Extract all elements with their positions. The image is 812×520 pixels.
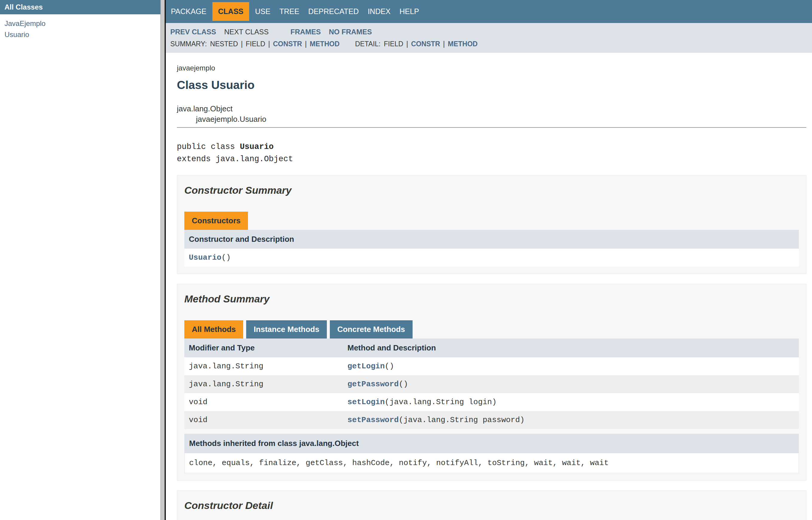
nav-item-package[interactable]: PACKAGE	[166, 7, 211, 16]
list-item: Usuario	[4, 30, 161, 39]
nav-item-tree[interactable]: TREE	[275, 7, 304, 16]
separator: |	[268, 40, 270, 48]
subnav-row-anchors: SUMMARY: NESTED | FIELD | CONSTR | METHO…	[170, 40, 812, 48]
method-getpassword-link[interactable]: getPassword	[347, 380, 399, 389]
method-cell: setLogin(java.lang.String login)	[343, 393, 799, 411]
constructor-detail-heading: Constructor Detail	[184, 500, 799, 511]
summary-method-link[interactable]: METHOD	[310, 40, 340, 48]
tab-concrete-methods[interactable]: Concrete Methods	[330, 320, 413, 339]
nav-item-class: CLASS	[213, 2, 249, 21]
method-col-header: Method and Description	[343, 339, 799, 357]
sidebar-item-javaejemplo[interactable]: JavaEjemplo	[4, 19, 45, 27]
method-type-cell: java.lang.String	[184, 357, 343, 375]
separator: |	[406, 40, 408, 48]
table-header-row: Constructor and Description	[184, 230, 799, 249]
inherited-methods-heading: Methods inherited from class java.lang.O…	[184, 434, 798, 453]
declaration-extends: extends java.lang.Object	[177, 153, 806, 165]
separator: |	[241, 40, 243, 48]
method-type-cell: void	[184, 393, 343, 411]
table-row: void setLogin(java.lang.String login)	[184, 393, 799, 411]
frames-link[interactable]: FRAMES	[290, 28, 321, 36]
method-type-cell: java.lang.String	[184, 375, 343, 393]
table-header-row: Modifier and Type Method and Description	[184, 339, 799, 357]
detail-field-text: FIELD	[384, 40, 403, 48]
detail-anchor-group: DETAIL: FIELD | CONSTR | METHOD	[355, 40, 478, 48]
frames-link-group: FRAMES NO FRAMES	[290, 28, 380, 36]
method-type-cell: void	[184, 411, 343, 429]
tab-instance-methods[interactable]: Instance Methods	[246, 320, 327, 339]
modifier-col-header: Modifier and Type	[184, 339, 343, 357]
separator: |	[305, 40, 307, 48]
divider-rule	[177, 127, 806, 128]
nav-item-deprecated[interactable]: DEPRECATED	[304, 7, 363, 16]
top-navigation-bar: PACKAGE CLASS USE TREE DEPRECATED INDEX …	[166, 0, 812, 23]
all-classes-frame: All Classes JavaEjemplo Usuario	[0, 0, 161, 520]
class-declaration: public class Usuario extends java.lang.O…	[177, 141, 806, 165]
separator: |	[443, 40, 445, 48]
class-doc-content: javaejemplo Class Usuario java.lang.Obje…	[166, 53, 812, 520]
constructor-detail-section: Constructor Detail	[177, 490, 806, 520]
method-setpassword-link[interactable]: setPassword	[347, 416, 399, 424]
sidebar-item-usuario[interactable]: Usuario	[4, 30, 29, 38]
constructor-summary-heading: Constructor Summary	[184, 184, 799, 196]
method-args: ()	[399, 380, 408, 389]
class-list: JavaEjemplo Usuario	[0, 14, 161, 39]
summary-constr-link[interactable]: CONSTR	[273, 40, 302, 48]
all-classes-header: All Classes	[0, 0, 161, 14]
method-summary-heading: Method Summary	[184, 293, 799, 305]
declaration-line1: public class Usuario	[177, 141, 806, 153]
sub-navigation-bar: PREV CLASS NEXT CLASS FRAMES NO FRAMES S…	[166, 23, 812, 53]
summary-nested-text: NESTED	[210, 40, 238, 48]
detail-prefix: DETAIL:	[355, 40, 380, 48]
prev-class-link[interactable]: PREV CLASS	[170, 28, 216, 36]
declaration-class-name: Usuario	[240, 142, 274, 151]
package-name: javaejemplo	[177, 64, 806, 72]
method-getlogin-link[interactable]: getLogin	[347, 362, 385, 371]
method-cell: getLogin()	[343, 357, 799, 375]
nav-item-use[interactable]: USE	[251, 7, 275, 16]
detail-method-link[interactable]: METHOD	[448, 40, 478, 48]
summary-field-text: FIELD	[246, 40, 265, 48]
inheritance-current-class: javaejemplo.Usuario	[196, 114, 806, 125]
method-args: ()	[385, 362, 394, 371]
summary-prefix: SUMMARY:	[170, 40, 207, 48]
method-args: (java.lang.String login)	[385, 398, 496, 407]
detail-constr-link[interactable]: CONSTR	[411, 40, 440, 48]
inheritance-tree: java.lang.Object javaejemplo.Usuario	[177, 104, 806, 125]
inheritance-root: java.lang.Object	[177, 104, 806, 114]
method-summary-table: Modifier and Type Method and Description…	[184, 339, 799, 429]
page-title: Class Usuario	[177, 79, 806, 92]
method-args: (java.lang.String password)	[399, 416, 524, 424]
constructor-summary-section: Constructor Summary Constructors Constru…	[177, 175, 806, 274]
no-frames-link[interactable]: NO FRAMES	[329, 28, 372, 36]
inherited-methods-list: clone, equals, finalize, getClass, hashC…	[184, 453, 798, 473]
top-nav-list: PACKAGE CLASS USE TREE DEPRECATED INDEX …	[166, 2, 424, 21]
table-row: Usuario()	[184, 249, 799, 266]
list-item: JavaEjemplo	[4, 19, 161, 28]
constructor-usuario-link[interactable]: Usuario	[189, 253, 221, 262]
method-filter-tabs: All Methods Instance Methods Concrete Me…	[184, 320, 799, 339]
table-row: java.lang.String getPassword()	[184, 375, 799, 393]
summary-anchor-group: SUMMARY: NESTED | FIELD | CONSTR | METHO…	[170, 40, 340, 48]
table-row: void setPassword(java.lang.String passwo…	[184, 411, 799, 429]
method-cell: setPassword(java.lang.String password)	[343, 411, 799, 429]
constructor-summary-table: Constructor and Description Usuario()	[184, 230, 799, 266]
class-doc-frame: PACKAGE CLASS USE TREE DEPRECATED INDEX …	[166, 0, 812, 520]
method-summary-section: Method Summary All Methods Instance Meth…	[177, 284, 806, 480]
next-class-text: NEXT CLASS	[224, 28, 269, 36]
table-row: java.lang.String getLogin()	[184, 357, 799, 375]
nav-item-help[interactable]: HELP	[395, 7, 423, 16]
frame-resize-divider[interactable]	[161, 0, 166, 520]
constructor-col-header: Constructor and Description	[184, 230, 799, 249]
tab-all-methods: All Methods	[184, 320, 243, 339]
nav-item-index[interactable]: INDEX	[363, 7, 395, 16]
declaration-modifiers: public class	[177, 142, 240, 151]
constructor-cell: Usuario()	[184, 249, 799, 266]
method-setlogin-link[interactable]: setLogin	[347, 398, 385, 407]
constructors-caption-tab: Constructors	[184, 212, 248, 230]
subnav-row-links: PREV CLASS NEXT CLASS FRAMES NO FRAMES	[170, 28, 812, 36]
inherited-methods-box: Methods inherited from class java.lang.O…	[184, 434, 799, 473]
constructor-args: ()	[221, 253, 231, 262]
method-cell: getPassword()	[343, 375, 799, 393]
